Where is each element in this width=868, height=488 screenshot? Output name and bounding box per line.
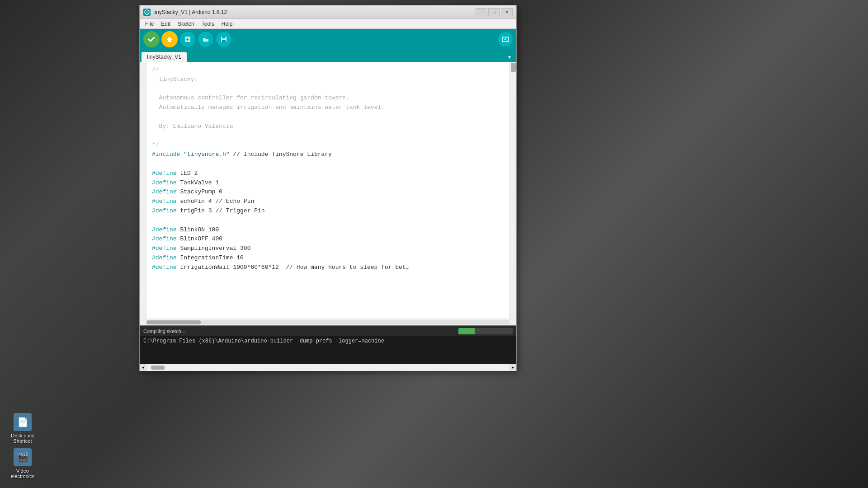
arduino-window: ∞ tinyStacky_V1 | Arduino 1.8.12 ─ □ ✕ F… [139, 5, 517, 371]
video-electronics-icon-img: 🎬 [14, 448, 32, 466]
scroll-bar-right[interactable] [509, 62, 516, 319]
code-line-5: Automatically manages irrigation and mai… [152, 103, 504, 113]
code-line-1: /* [152, 66, 504, 75]
bottom-scroll-thumb[interactable] [151, 366, 165, 370]
verify-button[interactable] [143, 31, 160, 47]
title-bar: ∞ tinyStacky_V1 | Arduino 1.8.12 ─ □ ✕ [140, 5, 516, 19]
progress-bar-container [458, 328, 513, 334]
toolbar-right [498, 32, 513, 47]
desk-docs-label: Desk docs Shortcut [5, 433, 41, 444]
open-button[interactable] [198, 31, 214, 47]
toolbar [140, 29, 516, 49]
code-line-12: #define LED 2 [152, 169, 504, 178]
code-line-8 [152, 131, 504, 141]
menu-sketch[interactable]: Sketch [174, 20, 198, 28]
menu-file[interactable]: File [142, 20, 157, 28]
code-line-3 [152, 84, 504, 94]
serial-monitor-button[interactable] [498, 32, 513, 47]
svg-marker-2 [167, 37, 172, 42]
code-line-10: #include "tinysnore.h" // Include TinySn… [152, 150, 504, 160]
desktop-icons: 📄 Desk docs Shortcut 🎬 Video electronics [5, 413, 41, 479]
compile-status: Compiling sketch... [143, 328, 185, 334]
h-scrollbar[interactable] [140, 319, 516, 325]
scroll-right-button[interactable]: ► [509, 364, 516, 371]
arduino-logo-icon: ∞ [143, 9, 151, 16]
title-bar-controls: ─ □ ✕ [476, 8, 513, 16]
code-line-4: Autonomous controller for recirculating … [152, 94, 504, 103]
tab-dropdown[interactable]: ▼ [505, 52, 514, 62]
code-area[interactable]: /* tinyStacky: Autonomous controller for… [146, 62, 509, 319]
code-line-15: #define echoPin 4 // Echo Pin [152, 197, 504, 206]
svg-text:∞: ∞ [146, 11, 148, 14]
code-line-13: #define TankValve 1 [152, 178, 504, 188]
video-electronics-icon[interactable]: 🎬 Video electronics [5, 448, 41, 479]
code-line-7: By: Emiliano Valencia [152, 122, 504, 131]
code-line-2: tinyStacky: [152, 75, 504, 84]
menu-help[interactable]: Help [218, 20, 236, 28]
new-button[interactable] [179, 31, 196, 47]
upload-button[interactable] [161, 31, 178, 47]
svg-rect-7 [222, 37, 225, 38]
window-title: tinyStacky_V1 | Arduino 1.8.12 [153, 9, 227, 15]
desk-docs-icon-img: 📄 [14, 413, 32, 431]
video-electronics-label: Video electronics [5, 468, 41, 479]
svg-point-10 [505, 38, 506, 40]
code-line-6 [152, 113, 504, 122]
scroll-thumb[interactable] [511, 63, 516, 72]
save-button[interactable] [216, 31, 232, 47]
menu-edit[interactable]: Edit [157, 20, 174, 28]
code-line-20: #define SamplingInverval 300 [152, 244, 504, 253]
compile-area: Compiling sketch... C:\Program Files (x8… [140, 325, 516, 364]
scroll-left-button[interactable]: ◄ [140, 364, 146, 371]
menu-bar: File Edit Sketch Tools Help [140, 19, 516, 29]
title-bar-left: ∞ tinyStacky_V1 | Arduino 1.8.12 [143, 9, 227, 16]
svg-rect-8 [222, 40, 226, 42]
close-button[interactable]: ✕ [501, 8, 513, 16]
h-scroll-thumb[interactable] [146, 320, 201, 324]
progress-bar [458, 328, 475, 334]
desk-docs-shortcut-icon[interactable]: 📄 Desk docs Shortcut [5, 413, 41, 444]
code-line-17 [152, 216, 504, 225]
tab-bar: tinyStacky_V1 ▼ [140, 49, 516, 62]
menu-tools[interactable]: Tools [198, 20, 218, 28]
code-line-9: */ [152, 141, 504, 150]
bottom-scrollbar[interactable]: ◄ ► [140, 364, 516, 371]
tab-tinyStacky[interactable]: tinyStacky_V1 [142, 52, 187, 62]
code-content: /* tinyStacky: Autonomous controller for… [146, 62, 509, 276]
code-line-14: #define StackyPump 0 [152, 188, 504, 197]
h-scroll-track[interactable] [146, 320, 509, 324]
code-line-19: #define BlinkOFF 400 [152, 235, 504, 244]
maximize-button[interactable]: □ [488, 8, 500, 16]
compile-header: Compiling sketch... [140, 326, 516, 336]
scroll-bar-left[interactable] [140, 62, 146, 319]
minimize-button[interactable]: ─ [476, 8, 487, 16]
code-line-11 [152, 160, 504, 169]
code-line-21: #define IntegrationTime 10 [152, 253, 504, 263]
tab-label: tinyStacky_V1 [147, 54, 181, 60]
bottom-scroll-track[interactable] [146, 364, 509, 371]
editor-container: /* tinyStacky: Autonomous controller for… [140, 62, 516, 319]
code-line-18: #define BlinkON 100 [152, 225, 504, 235]
code-line-22: #define IrrigationWait 1000*60*60*12 // … [152, 263, 504, 272]
compile-output: C:\Program Files (x86)\Arduino\arduino-b… [140, 336, 516, 364]
code-line-16: #define trigPin 3 // Trigger Pin [152, 206, 504, 216]
